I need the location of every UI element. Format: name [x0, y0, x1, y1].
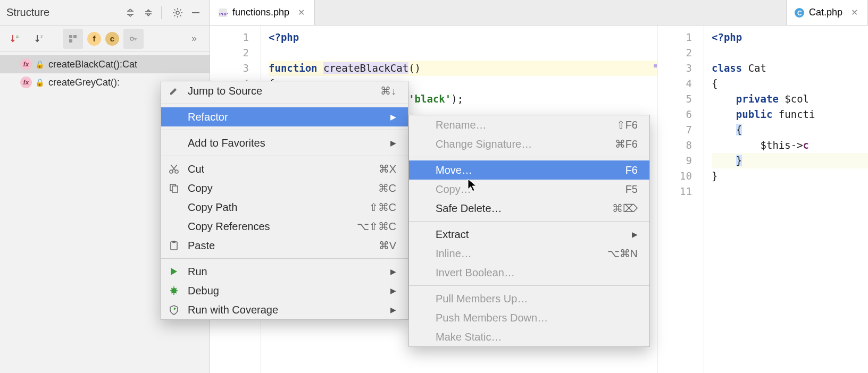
menu-item-rename: Rename…⇧F6: [409, 115, 649, 134]
menu-separator: [409, 285, 649, 286]
collapse-all-icon[interactable]: [141, 5, 156, 20]
editor-cat[interactable]: 1 2 3 4 5 6 7 8 9 10 11 <?php class Cat …: [657, 26, 868, 373]
lock-icon: 🔒: [35, 78, 44, 87]
key-filter-icon[interactable]: [123, 29, 144, 49]
tab-functions[interactable]: PHP functions.php ✕: [210, 0, 315, 25]
shortcut: F6: [625, 164, 638, 176]
menu-item-label: Copy Path: [188, 201, 237, 214]
menu-item-label: Copy…: [436, 183, 471, 196]
menu-item-push-members-down: Push Members Down…: [409, 308, 649, 327]
shortcut: ⌘F6: [615, 138, 638, 150]
menu-item-paste[interactable]: Paste⌘V: [161, 236, 408, 255]
svg-rect-1: [192, 12, 199, 13]
menu-item-run[interactable]: Run▶: [161, 262, 408, 281]
refactor-submenu: Rename…⇧F6Change Signature…⌘F6Move…F6Cop…: [408, 115, 650, 347]
overflow-icon[interactable]: »: [184, 29, 204, 49]
menu-item-label: Safe Delete…: [436, 202, 502, 215]
menu-separator: [161, 156, 408, 156]
shortcut: ⌘V: [379, 239, 396, 252]
submenu-arrow-icon: ▶: [390, 286, 396, 295]
structure-item[interactable]: fx 🔒 createBlackCat():Cat: [0, 55, 210, 73]
shortcut: ⌘⌦: [612, 202, 638, 215]
php-file-icon: PHP: [218, 7, 228, 18]
sort-za-icon[interactable]: z: [30, 29, 50, 49]
editor-tabs: PHP functions.php ✕ C Cat.php ✕: [210, 0, 868, 26]
lock-icon: 🔒: [35, 60, 44, 69]
menu-item-debug[interactable]: Debug▶: [161, 281, 408, 300]
shortcut: ⌘↓: [380, 84, 396, 97]
menu-item-label: Make Static…: [436, 331, 502, 343]
shortcut: F5: [625, 183, 638, 196]
menu-item-label: Push Members Down…: [436, 312, 548, 324]
menu-item-copy-references[interactable]: Copy References⌥⇧⌘C: [161, 217, 408, 236]
menu-item-run-with-coverage[interactable]: Run with Coverage▶: [161, 300, 408, 319]
menu-item-invert-boolean: Invert Boolean…: [409, 263, 649, 282]
menu-item-label: Debug: [188, 285, 219, 297]
menu-item-extract[interactable]: Extract▶: [409, 225, 649, 244]
minimize-icon[interactable]: [188, 5, 203, 20]
context-menu: Jump to Source⌘↓Refactor▶Add to Favorite…: [161, 81, 408, 320]
close-icon[interactable]: ✕: [851, 7, 858, 18]
menu-item-cut[interactable]: Cut⌘X: [161, 159, 408, 179]
menu-item-label: Move…: [436, 164, 472, 176]
menu-item-pull-members-up: Pull Members Up…: [409, 289, 649, 308]
tab-cat[interactable]: C Cat.php ✕: [786, 0, 868, 25]
sort-icon[interactable]: a: [5, 29, 26, 49]
menu-separator: [409, 221, 649, 222]
menu-item-change-signature: Change Signature…⌘F6: [409, 134, 649, 154]
svg-text:z: z: [40, 34, 43, 39]
gear-icon[interactable]: [170, 5, 185, 20]
structure-title: Structure: [6, 6, 120, 19]
menu-item-label: Copy References: [188, 221, 270, 233]
menu-item-label: Cut: [188, 163, 204, 175]
menu-separator: [409, 157, 649, 157]
menu-item-label: Rename…: [436, 119, 487, 131]
menu-item-label: Extract: [436, 228, 469, 241]
menu-item-label: Jump to Source: [188, 85, 262, 97]
fields-filter-icon[interactable]: f: [87, 32, 101, 46]
svg-rect-15: [172, 186, 178, 192]
menu-separator: [161, 258, 408, 259]
close-icon[interactable]: ✕: [298, 7, 305, 18]
menu-item-label: Run: [188, 266, 207, 278]
menu-item-label: Copy: [188, 182, 213, 194]
menu-item-jump-to-source[interactable]: Jump to Source⌘↓: [161, 81, 408, 100]
svg-rect-16: [171, 242, 177, 250]
menu-item-label: Refactor: [188, 111, 228, 123]
group-icon[interactable]: [63, 29, 83, 49]
submenu-arrow-icon: ▶: [390, 267, 396, 276]
copy-icon: [169, 183, 181, 193]
function-badge-icon: fx: [20, 77, 32, 88]
menu-item-label: Invert Boolean…: [436, 267, 515, 279]
structure-header: Structure: [0, 0, 210, 26]
svg-rect-6: [69, 39, 72, 43]
menu-item-refactor[interactable]: Refactor▶: [161, 107, 408, 126]
class-file-icon: C: [794, 7, 805, 18]
menu-item-copy[interactable]: Copy⌘C: [161, 179, 408, 198]
tab-label: functions.php: [232, 7, 289, 18]
svg-text:PHP: PHP: [219, 12, 228, 16]
menu-item-copy-path[interactable]: Copy Path⇧⌘C: [161, 198, 408, 217]
menu-item-label: Add to Favorites: [188, 137, 265, 149]
shortcut: ⌥⌘N: [607, 247, 638, 260]
gutter: 1 2 3 4 5 6 7 8 9 10 11: [657, 26, 704, 373]
code-area[interactable]: <?php class Cat { private $col public fu…: [704, 26, 868, 373]
classes-filter-icon[interactable]: c: [105, 32, 119, 46]
structure-toolbar: a z f c »: [0, 26, 210, 52]
submenu-arrow-icon: ▶: [390, 113, 396, 121]
menu-item-add-to-favorites[interactable]: Add to Favorites▶: [161, 133, 408, 152]
expand-all-icon[interactable]: [123, 5, 138, 20]
menu-item-label: Change Signature…: [436, 138, 532, 150]
pencil-icon: [169, 86, 181, 96]
menu-item-label: Pull Members Up…: [436, 293, 528, 305]
shortcut: ⇧⌘C: [369, 201, 396, 214]
paste-icon: [169, 240, 181, 251]
menu-item-safe-delete[interactable]: Safe Delete…⌘⌦: [409, 199, 649, 218]
menu-item-copy: Copy…F5: [409, 180, 649, 199]
marker: [654, 64, 657, 67]
tab-label: Cat.php: [809, 7, 842, 18]
svg-point-7: [130, 37, 133, 40]
svg-text:C: C: [797, 10, 802, 17]
shortcut: ⌥⇧⌘C: [357, 220, 396, 233]
menu-item-move[interactable]: Move…F6: [409, 160, 649, 180]
